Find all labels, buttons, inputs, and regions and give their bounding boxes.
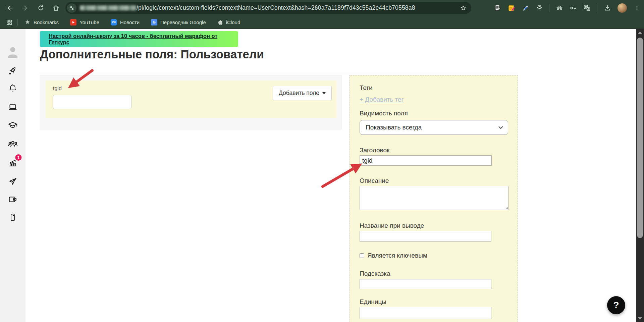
notifications-bell-icon[interactable] [8,84,18,93]
messenger-plane-icon[interactable] [8,176,18,186]
rocket-icon[interactable] [8,66,18,76]
main-content: Настрой онлайн-школу за 10 часов - беспл… [25,29,636,322]
add-field-button[interactable]: Добавить поле [273,86,332,100]
url-domain-obscured [80,5,136,10]
scrollbar-up-arrow[interactable] [638,32,642,34]
laptop-icon[interactable] [8,102,18,112]
bookmark-item-google-translate[interactable]: G Переводчик Google [151,19,206,25]
bookmark-label: Bookmarks [34,19,59,25]
address-bar[interactable]: /pl/logic/context/custom-fields?contextN… [65,2,471,14]
bookmark-label: iCloud [226,19,240,25]
hint-input[interactable] [360,279,491,289]
bookmark-label: YouTube [79,19,99,25]
custom-field-value-input[interactable] [53,95,131,109]
header-input[interactable] [360,155,492,166]
notification-badge: 1 [15,154,22,161]
forward-icon[interactable] [21,4,29,12]
field-settings-panel: Теги + Добавить тег Видимость поля Показ… [350,75,518,322]
promo-banner-link[interactable]: Настрой онлайн-школу за 10 часов - беспл… [49,33,238,46]
apps-grid-icon[interactable] [5,18,13,26]
custom-field-name: tgid [53,86,62,92]
mobile-phone-icon[interactable] [8,213,17,222]
memo-extension-icon[interactable] [494,4,501,12]
url-path[interactable]: /pl/logic/context/custom-fields?contextN… [137,4,415,11]
google-translate-icon: G [151,19,157,25]
extensions-puzzle-icon[interactable] [535,4,543,12]
bookmark-label: Новости [120,19,140,25]
pen-extension-icon[interactable] [522,4,529,12]
bookmarks-bar: Bookmarks YouTube VK Новости G Переводчи… [0,16,644,29]
units-label: Единицы [360,298,508,306]
visibility-label: Видимость поля [360,110,508,117]
description-textarea[interactable] [360,186,508,210]
downloads-icon[interactable] [604,4,611,12]
password-key-icon[interactable] [570,4,577,12]
wallet-icon[interactable] [8,195,18,205]
is-key-row: Является ключевым [360,252,508,259]
promo-banner[interactable]: Настрой онлайн-школу за 10 часов - беспл… [40,31,238,47]
custom-fields-panel: tgid Добавить поле [40,75,342,129]
vk-icon: VK [111,19,117,25]
bookmark-star-icon[interactable] [460,4,467,12]
header-label: Заголовок [360,147,508,154]
bookmark-item-bookmarks[interactable]: Bookmarks [24,19,59,25]
bookmark-item-icloud[interactable]: iCloud [217,19,240,25]
visibility-select[interactable]: Показывать всегда [360,120,508,135]
is-key-checkbox[interactable] [360,253,364,258]
units-input[interactable] [360,307,491,319]
hint-label: Подсказка [360,270,508,277]
users-icon[interactable] [7,139,18,149]
output-name-input[interactable] [360,231,491,241]
app-sidebar: 1 [0,29,25,322]
custom-field-row: tgid Добавить поле [46,80,336,118]
title-divider [40,73,518,73]
browser-window: /pl/logic/context/custom-fields?contextN… [0,0,644,322]
education-cap-icon[interactable] [8,120,18,130]
reload-icon[interactable] [37,4,44,12]
description-label: Описание [360,177,508,184]
help-button[interactable]: ? [607,296,625,314]
bookmarks-separator [17,19,18,25]
add-tag-link[interactable]: + Добавить тег [360,96,404,103]
back-icon[interactable] [6,4,13,12]
star-icon [24,19,31,25]
incognito-icon[interactable] [556,4,563,12]
youtube-icon [70,19,76,25]
home-icon[interactable] [52,4,60,12]
analytics-chart-icon[interactable]: 1 [8,158,18,168]
toolbar-separator [549,4,549,12]
chevron-down-icon [322,92,326,94]
output-name-label: Название при выводе [360,222,508,229]
scrollbar-down-arrow[interactable] [638,317,642,320]
chevron-down-icon [498,126,503,129]
profile-avatar[interactable] [618,3,627,13]
notes-extension-icon[interactable] [508,4,515,12]
bookmark-label: Переводчик Google [160,19,206,25]
apple-icon [217,19,223,25]
page-scrollbar[interactable] [636,29,644,322]
bookmark-item-youtube[interactable]: YouTube [70,19,99,25]
translate-icon[interactable] [583,4,591,12]
sidebar-profile-avatar[interactable] [6,45,19,58]
is-key-label: Является ключевым [367,252,427,259]
tags-label: Теги [360,84,508,92]
browser-toolbar: /pl/logic/context/custom-fields?contextN… [0,0,644,29]
toolbar-separator [597,4,597,12]
page-title: Дополнительные поля: Пользователи [40,48,264,61]
site-settings-icon[interactable] [67,3,76,13]
bookmark-item-news[interactable]: VK Новости [111,19,140,25]
scrollbar-thumb[interactable] [637,38,643,238]
menu-icon[interactable] [633,4,641,12]
